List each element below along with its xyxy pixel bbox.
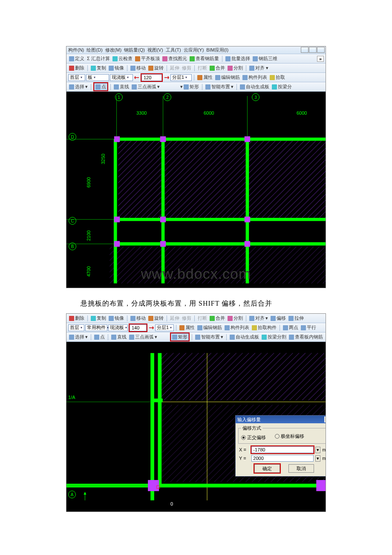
rect-button[interactable]: 矩形 — [171, 333, 189, 341]
menu-component[interactable]: 构件(N) — [68, 47, 84, 53]
dropdown-icon[interactable]: ▾ — [315, 447, 320, 453]
split-button[interactable]: 分割 — [227, 315, 244, 321]
menu-rebar[interactable]: 钢筋量(Q) — [124, 47, 145, 53]
cancel-button[interactable]: 取消 — [288, 464, 314, 473]
minimize-icon[interactable] — [301, 47, 308, 53]
thickness-input[interactable]: 140 — [130, 324, 147, 331]
ortho-offset-radio[interactable]: 正交偏移 — [241, 434, 266, 441]
cad-drawing-canvas[interactable]: 1/A A 0 输入偏移量 × 偏移方式 正交偏移 极坐标偏移 X = ▾ mm… — [66, 342, 326, 512]
batch-select-button[interactable]: 批量选择 — [225, 55, 251, 62]
floor-combo[interactable]: 首层 — [68, 74, 85, 81]
toolbar-draw-2: 选择 ▾ 点 直线 三点画弧 ▾ 矩形 智能布置 ▾ 自动生成板 按梁分割 查看… — [66, 332, 326, 342]
layer-combo[interactable]: 分层1 — [155, 324, 174, 331]
member-list-button[interactable]: 构件列表 — [242, 74, 268, 81]
attributes-button[interactable]: 属性 — [196, 74, 213, 81]
auto-gen-slab-button[interactable]: 自动生成板 — [239, 84, 270, 90]
svg-rect-21 — [160, 217, 166, 222]
polar-offset-radio[interactable]: 极坐标偏移 — [275, 433, 304, 439]
cast-type-combo[interactable]: 现浇板 — [110, 74, 133, 81]
ok-button[interactable]: 确定 — [254, 464, 280, 473]
pick-member-button[interactable]: 拾取构件 — [251, 324, 277, 331]
dim-row-C-B: 2100 — [86, 231, 91, 241]
menu-tools[interactable]: 工具(T) — [166, 47, 181, 53]
attributes-button[interactable]: 属性 — [179, 324, 196, 331]
select-button[interactable]: 选择 ▾ — [68, 334, 89, 340]
merge-button[interactable]: 合并 — [209, 315, 226, 321]
line-button[interactable]: 直线 — [110, 334, 127, 340]
annotation-arrow-icon — [164, 75, 170, 81]
select-button[interactable]: 选择 ▾ — [68, 84, 89, 90]
rotate-button[interactable]: 旋转 — [147, 65, 164, 71]
copy-button[interactable]: 复制 — [90, 315, 107, 321]
cast-type-combo[interactable]: 现浇板 — [108, 324, 128, 331]
align-button[interactable]: 对齐 ▾ — [248, 65, 269, 71]
two-point-button[interactable]: 两点 — [282, 324, 299, 331]
member-type-combo[interactable]: 板 — [86, 74, 109, 81]
layer-combo[interactable]: 分层1 — [170, 74, 192, 81]
rotate-button[interactable]: 旋转 — [147, 315, 164, 321]
flatten-top-button[interactable]: 平齐板顶 — [134, 55, 161, 62]
view-slab-rebar-button[interactable]: 查看板内钢筋 — [288, 334, 324, 340]
common-member-combo[interactable]: 常用构件 — [85, 324, 107, 331]
menu-cloud[interactable]: 云应用(Y) — [184, 47, 204, 53]
rebar-3d-button[interactable]: 钢筋三维 — [252, 55, 278, 62]
menu-draw[interactable]: 绘图(D) — [86, 47, 102, 53]
line-button[interactable]: 直线 — [113, 84, 130, 90]
merge-button[interactable]: 合并 — [209, 65, 226, 71]
copy-button[interactable]: 复制 — [90, 65, 107, 71]
by-beam-button[interactable]: 按梁分 — [271, 84, 293, 90]
rect-button[interactable]: ▾ 矩形 — [179, 84, 200, 90]
smart-layout-button[interactable]: 智能布置 ▾ — [205, 84, 234, 90]
stretch-button[interactable]: 拉伸 — [288, 315, 305, 321]
svg-rect-20 — [114, 217, 120, 222]
annotation-arrow-icon — [148, 325, 154, 331]
cad-drawing-canvas[interactable]: 1 2 3 D C B 3300 6000 6000 6900 3250 210… — [66, 92, 326, 288]
window-controls[interactable] — [301, 47, 325, 53]
split-button[interactable]: 分割 — [227, 65, 244, 71]
edit-rebar-button[interactable]: 编辑钢筋 — [214, 74, 241, 81]
dialog-titlebar[interactable]: 输入偏移量 × — [236, 416, 326, 423]
auto-gen-slab-button[interactable]: 自动生成板 — [229, 334, 260, 340]
dropdown-icon[interactable]: ▾ — [315, 455, 320, 462]
mirror-button[interactable]: 镜像 — [108, 315, 125, 321]
edit-rebar-button[interactable]: 编辑钢筋 — [196, 324, 223, 331]
by-beam-split-button[interactable]: 按梁分割 — [261, 334, 287, 340]
view-rebar-qty-button[interactable]: 查看钢筋量 — [189, 55, 220, 62]
offset-button[interactable]: 偏移 — [270, 315, 287, 321]
delete-button[interactable]: 删除 — [68, 65, 85, 71]
grid-bubble-B: B — [69, 243, 76, 250]
thickness-input[interactable]: 120 — [141, 74, 162, 81]
overflow-button[interactable]: » — [317, 56, 324, 62]
arc3-button[interactable]: 三点画弧 ▾ — [128, 334, 158, 340]
perp-button[interactable]: 平行 — [300, 324, 317, 331]
move-button[interactable]: 移动 — [130, 65, 147, 71]
menu-modify[interactable]: 修改(M) — [105, 47, 122, 53]
grid-bubble-3: 3 — [252, 93, 259, 101]
cloud-check-button[interactable]: 云检查 — [112, 55, 133, 62]
toolbar-member: 首层 板 现浇板 120 分层1 属性 编辑钢筋 构件列表 拾取 — [66, 73, 326, 82]
menu-view[interactable]: 视图(V) — [147, 47, 163, 53]
annotation-arrow-icon — [134, 75, 140, 81]
find-element-button[interactable]: 查找图元 — [161, 55, 188, 62]
x-offset-input[interactable] — [251, 446, 314, 453]
define-button[interactable]: 定义 — [68, 55, 85, 62]
separator — [222, 56, 222, 62]
floor-combo[interactable]: 首层 — [68, 324, 84, 331]
dim-row-D-top: 3250 — [101, 154, 106, 164]
smart-layout-button[interactable]: 智能布置 ▾ — [194, 334, 224, 340]
mirror-button[interactable]: 镜像 — [108, 65, 125, 71]
dialog-close-button[interactable]: × — [324, 416, 326, 422]
align-button[interactable]: 对齐 ▾ — [248, 315, 269, 321]
delete-button[interactable]: 删除 — [68, 315, 85, 321]
arc3-button[interactable]: 三点画弧 ▾ — [131, 84, 161, 90]
menu-bim[interactable]: BIM应用(I) — [206, 47, 228, 53]
member-list-button[interactable]: 构件列表 — [224, 324, 250, 331]
move-button[interactable]: 移动 — [130, 315, 147, 321]
maximize-icon[interactable] — [309, 47, 317, 53]
point-button[interactable]: 点 — [94, 83, 107, 90]
pick-button[interactable]: 拾取 — [269, 74, 286, 81]
point-button[interactable]: 点 — [93, 334, 106, 340]
y-offset-input[interactable] — [251, 455, 314, 462]
sigma-total-button[interactable]: Σ 汇总计算 — [86, 55, 111, 62]
close-icon[interactable] — [317, 47, 325, 53]
